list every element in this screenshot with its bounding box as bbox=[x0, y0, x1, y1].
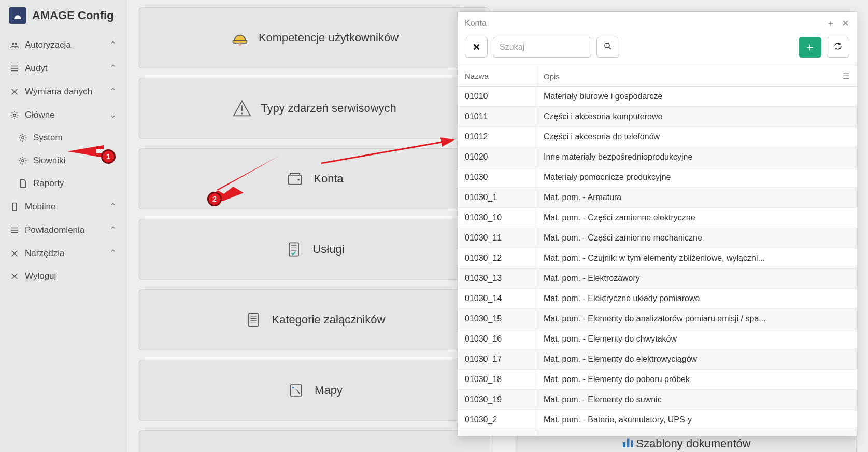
table-row[interactable]: 01030_17Mat. pom. - Elementy do elektrow… bbox=[458, 349, 857, 370]
table-row[interactable]: 01030_1Mat. pom. - Armatura bbox=[458, 188, 857, 208]
svg-point-2 bbox=[15, 42, 18, 45]
chevron-down-icon: ⌄ bbox=[109, 109, 117, 120]
chevron-up-icon: ⌃ bbox=[109, 39, 117, 50]
table-row[interactable]: 01030_12Mat. pom. - Czujniki w tym eleme… bbox=[458, 248, 857, 269]
column-menu-icon[interactable]: ☰ bbox=[843, 72, 849, 81]
panel-close-icon[interactable]: ✕ bbox=[842, 18, 849, 29]
sidebar-subitem-system[interactable]: System bbox=[0, 126, 126, 149]
panel-maximize-icon[interactable]: ＋ bbox=[826, 17, 835, 30]
doc-check-icon bbox=[283, 239, 304, 260]
svg-rect-19 bbox=[623, 442, 625, 447]
table-row[interactable]: 01020Inne materiały bezpośrednioprodukcy… bbox=[458, 147, 857, 167]
cell-nazwa: 01010 bbox=[458, 87, 536, 106]
cell-nazwa: 01030_15 bbox=[458, 309, 536, 329]
column-header-opis-label: Opis bbox=[544, 72, 560, 81]
cell-nazwa: 01011 bbox=[458, 107, 536, 126]
svg-point-22 bbox=[605, 43, 609, 48]
gear-icon bbox=[9, 110, 20, 120]
svg-point-3 bbox=[13, 114, 16, 116]
table-row[interactable]: 01010Materiały biurowe i gospodarcze bbox=[458, 87, 857, 107]
cell-nazwa: 01030_19 bbox=[458, 390, 536, 409]
cell-opis: Mat. pom. - Elementy do poboru próbek bbox=[536, 370, 857, 389]
cell-nazwa: 01030_20 bbox=[458, 430, 536, 436]
phone-icon bbox=[9, 202, 20, 211]
sidebar-subitem-label: System bbox=[33, 133, 63, 143]
card-mapy[interactable]: Mapy bbox=[138, 360, 490, 421]
cell-nazwa: 01030_10 bbox=[458, 208, 536, 228]
chevron-up-icon: ⌃ bbox=[109, 86, 117, 97]
card-label: Usługi bbox=[312, 243, 344, 256]
tools-icon bbox=[9, 249, 20, 258]
card-label: Typy zdarzeń serwisowych bbox=[261, 102, 396, 115]
sidebar-item-narzędzia[interactable]: Narzędzia⌃ bbox=[0, 242, 126, 265]
svg-rect-20 bbox=[627, 439, 630, 448]
card-typy-zdarzeń-serwisowych[interactable]: Typy zdarzeń serwisowych bbox=[138, 78, 490, 139]
table: Nazwa Opis ☰ 01010Materiały biurowe i go… bbox=[458, 66, 857, 436]
refresh-icon bbox=[833, 41, 843, 53]
card-kompetencje-użytkowników[interactable]: Kompetencje użytkowników bbox=[138, 7, 490, 68]
cell-opis: Mat. pom. - Elementy do suwnic bbox=[536, 390, 857, 409]
search-input[interactable] bbox=[493, 37, 591, 58]
table-row[interactable]: 01030Materiały pomocnicze produkcyjne bbox=[458, 167, 857, 188]
sidebar-subitem-label: Raporty bbox=[33, 178, 64, 189]
svg-point-1 bbox=[12, 42, 15, 45]
table-row[interactable]: 01030_10Mat. pom. - Części zamienne elek… bbox=[458, 208, 857, 228]
table-row[interactable]: 01030_19Mat. pom. - Elementy do suwnic bbox=[458, 390, 857, 410]
table-row[interactable]: 01012Części i akcesoria do telefonów bbox=[458, 127, 857, 147]
konta-panel: Konta ＋ ✕ ✕ ＋ Nazwa Opis ☰ bbox=[457, 11, 857, 436]
sidebar-item-label: Powiadomienia bbox=[25, 225, 84, 235]
svg-point-0 bbox=[17, 12, 18, 14]
table-row[interactable]: 01030_13Mat. pom. - Elektrozawory bbox=[458, 269, 857, 289]
card-stawki-podatku-vat[interactable]: Stawki podatku VAT bbox=[138, 430, 490, 452]
sidebar-item-label: Mobilne bbox=[25, 202, 56, 212]
chevron-up-icon: ⌃ bbox=[109, 63, 117, 74]
sidebar-subitem-raporty[interactable]: Raporty bbox=[0, 172, 126, 195]
search-button[interactable] bbox=[596, 37, 619, 58]
panel-header: Konta ＋ ✕ bbox=[458, 12, 857, 33]
annotation-badge-1-label: 1 bbox=[106, 152, 110, 161]
cell-nazwa: 01030_18 bbox=[458, 370, 536, 389]
cell-opis: Mat. pom. - Elektrozawory bbox=[536, 269, 857, 288]
card-kategorie-załączników[interactable]: Kategorie załączników bbox=[138, 289, 490, 350]
refresh-button[interactable] bbox=[827, 37, 849, 58]
cell-opis: Mat. pom. - Elektryczne układy pomiarowe bbox=[536, 289, 857, 308]
sidebar-item-powiadomienia[interactable]: Powiadomienia⌃ bbox=[0, 218, 126, 242]
column-header-nazwa[interactable]: Nazwa bbox=[458, 66, 536, 86]
map-icon bbox=[286, 380, 306, 401]
helmet-icon bbox=[230, 27, 250, 48]
card-usługi[interactable]: Usługi bbox=[138, 219, 490, 280]
sidebar-item-autoryzacja[interactable]: Autoryzacja⌃ bbox=[0, 33, 126, 56]
table-row[interactable]: 01030_16Mat. pom. - Elementy do chwytakó… bbox=[458, 329, 857, 349]
table-row[interactable]: 01011Części i akcesoria komputerowe bbox=[458, 107, 857, 127]
chevron-up-icon: ⌃ bbox=[109, 201, 117, 212]
cell-nazwa: 01030 bbox=[458, 167, 536, 187]
clear-search-button[interactable]: ✕ bbox=[465, 37, 488, 58]
card-konta[interactable]: Konta bbox=[138, 148, 490, 209]
cell-nazwa: 01020 bbox=[458, 147, 536, 167]
table-row[interactable]: 01030_11Mat. pom. - Części zamienne mech… bbox=[458, 228, 857, 248]
add-button[interactable]: ＋ bbox=[799, 37, 821, 58]
table-row[interactable]: 01030_15Mat. pom. - Elementy do analizat… bbox=[458, 309, 857, 329]
sidebar-item-label: Wymiana danych bbox=[25, 87, 92, 97]
svg-line-23 bbox=[609, 47, 611, 49]
table-row[interactable]: 01030_2Mat. pom. - Baterie, akumulatory,… bbox=[458, 410, 857, 430]
list-icon bbox=[9, 225, 20, 235]
annotation-badge-2-label: 2 bbox=[212, 195, 217, 203]
cell-nazwa: 01030_13 bbox=[458, 269, 536, 288]
panel-title: Konta bbox=[465, 19, 820, 28]
brand: AMAGE Config bbox=[0, 0, 126, 33]
table-row[interactable]: 01030_18Mat. pom. - Elementy do poboru p… bbox=[458, 370, 857, 390]
sidebar-item-wyloguj[interactable]: Wyloguj bbox=[0, 265, 126, 288]
sidebar-item-wymiana-danych[interactable]: Wymiana danych⌃ bbox=[0, 80, 126, 103]
table-row[interactable]: 01030_14Mat. pom. - Elektryczne układy p… bbox=[458, 289, 857, 309]
cell-nazwa: 01030_2 bbox=[458, 410, 536, 430]
sidebar-item-mobilne[interactable]: Mobilne⌃ bbox=[0, 195, 126, 218]
sidebar-item-główne[interactable]: Główne⌄ bbox=[0, 103, 126, 126]
warning-icon bbox=[232, 98, 252, 119]
wallet-icon bbox=[284, 168, 305, 189]
column-header-opis[interactable]: Opis ☰ bbox=[536, 66, 857, 86]
cell-nazwa: 01012 bbox=[458, 127, 536, 147]
search-icon bbox=[603, 41, 613, 53]
sidebar-item-audyt[interactable]: Audyt⌃ bbox=[0, 56, 126, 80]
table-row[interactable]: 01030_20Mat. pom. - Elementy gumowe, pod… bbox=[458, 430, 857, 436]
